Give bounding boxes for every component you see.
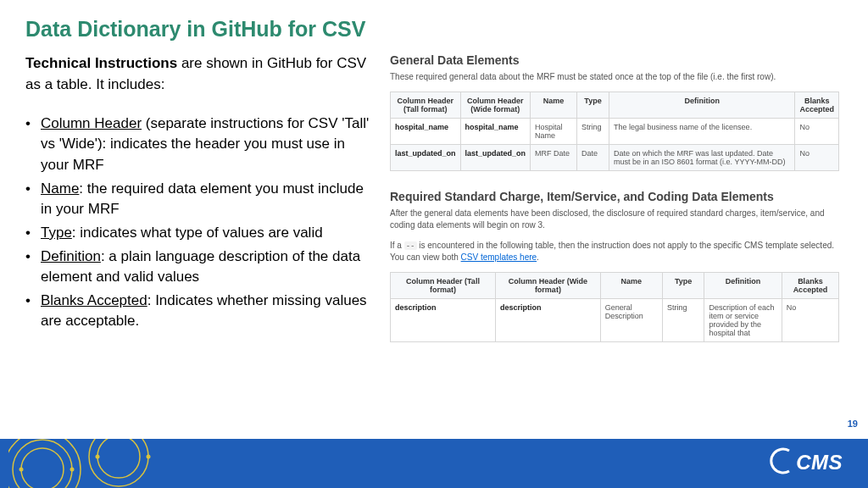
bullet-item: Blanks Accepted: Indicates whether missi… [25, 291, 373, 331]
bullet-item: Type: indicates what type of values are … [25, 223, 373, 243]
cms-logo: CMS [767, 447, 843, 478]
bullet-item: Column Header (separate instructions for… [25, 114, 373, 175]
intro-bold: Technical Instructions [25, 55, 177, 71]
intro-text: Technical Instructions are shown in GitH… [25, 53, 373, 95]
bullet-list: Column Header (separate instructions for… [25, 114, 373, 331]
content-area: Technical Instructions are shown in GitH… [0, 53, 868, 342]
decorative-circles-icon [8, 439, 178, 488]
table-row: last_updated_on last_updated_on MRF Date… [391, 145, 839, 171]
right-column: General Data Elements These required gen… [390, 53, 839, 342]
svg-point-7 [19, 468, 24, 472]
table-row: description description General Descript… [391, 299, 839, 342]
table-header-row: Column Header (Tall format) Column Heade… [391, 273, 839, 299]
general-data-table: Column Header (Tall format) Column Heade… [390, 92, 839, 171]
table-header-row: Column Header (Tall format) Column Heade… [391, 92, 839, 119]
page-number: 19 [848, 419, 858, 429]
svg-point-9 [147, 455, 151, 459]
section2-header: Required Standard Charge, Item/Service, … [390, 190, 839, 203]
table-row: hospital_name hospital_name Hospital Nam… [391, 119, 839, 145]
svg-point-4 [97, 439, 140, 478]
standard-charge-table: Column Header (Tall format) Column Heade… [390, 272, 839, 342]
csv-templates-link[interactable]: CSV templates here [461, 252, 537, 262]
cms-logo-text: CMS [796, 451, 843, 474]
section1-desc: These required general data about the MR… [390, 71, 839, 83]
svg-point-10 [96, 455, 100, 459]
left-column: Technical Instructions are shown in GitH… [25, 53, 373, 342]
slide-title: Data Dictionary in GitHub for CSV [0, 0, 868, 53]
bullet-item: Definition: a plain language description… [25, 247, 373, 287]
code-dash: -- [404, 241, 417, 250]
svg-point-2 [21, 448, 64, 488]
footer-bar: CMS [0, 439, 868, 488]
section1-header: General Data Elements [390, 53, 839, 67]
bullet-item: Name: the required data element you must… [25, 179, 373, 219]
presentation-slide: Data Dictionary in GitHub for CSV Techni… [0, 0, 868, 488]
section2-desc1: After the general data elements have bee… [390, 208, 839, 231]
section2-desc2: If a -- is encountered in the following … [390, 240, 839, 263]
svg-point-6 [70, 468, 75, 472]
logo-swoosh-icon [767, 447, 793, 478]
